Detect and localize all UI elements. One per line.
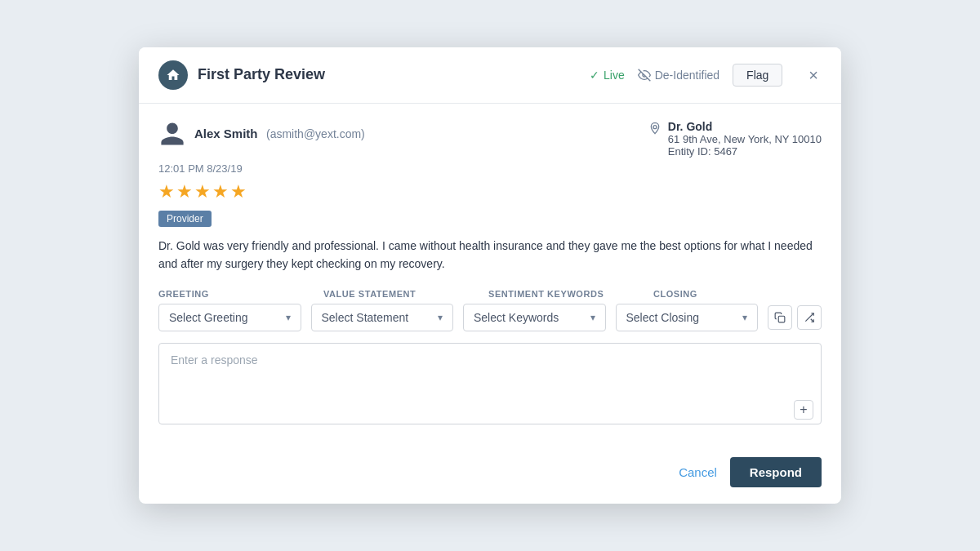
reviewer-right: Dr. Gold 61 9th Ave, New York, NY 10010 …	[648, 120, 822, 158]
closing-dropdown-value: Select Closing	[626, 311, 700, 324]
closing-label: CLOSING	[653, 289, 808, 299]
modal-body: Alex Smith (asmith@yext.com) Dr. Gold 61…	[139, 104, 841, 458]
star-3: ★	[194, 181, 211, 202]
live-badge: ✓ Live	[590, 69, 625, 82]
deidentified-label: De-Identified	[655, 69, 719, 82]
respond-button[interactable]: Respond	[730, 457, 822, 487]
keywords-chevron-icon: ▾	[590, 312, 595, 323]
star-rating: ★ ★ ★ ★ ★	[158, 181, 822, 202]
star-1: ★	[158, 181, 175, 202]
closing-dropdown[interactable]: Select Closing ▾	[616, 304, 759, 331]
textarea-add-button[interactable]: +	[794, 400, 813, 420]
reviewer-left: Alex Smith (asmith@yext.com)	[158, 120, 365, 148]
star-5: ★	[230, 181, 247, 202]
eye-slash-icon	[638, 69, 651, 82]
star-2: ★	[176, 181, 193, 202]
location-block: Dr. Gold 61 9th Ave, New York, NY 10010 …	[668, 120, 822, 158]
flag-button[interactable]: Flag	[733, 64, 782, 87]
copy-template-button[interactable]	[768, 305, 792, 330]
location-entity: Entity ID: 5467	[668, 145, 822, 158]
svg-rect-2	[778, 317, 785, 323]
reviewer-name-block: Alex Smith (asmith@yext.com)	[194, 127, 365, 141]
dropdowns-section: GREETING VALUE STATEMENT SENTIMENT KEYWO…	[158, 289, 822, 331]
deidentified-badge: De-Identified	[638, 69, 719, 82]
check-icon: ✓	[590, 69, 599, 82]
response-textarea-wrapper: +	[158, 343, 822, 428]
location-doctor: Dr. Gold	[668, 120, 822, 133]
reviewer-avatar-icon	[158, 120, 186, 148]
live-label: Live	[604, 69, 625, 82]
greeting-dropdown-value: Select Greeting	[169, 311, 248, 324]
modal: First Party Review ✓ Live De-Identified	[139, 47, 841, 504]
svg-point-1	[653, 125, 657, 128]
location-icon	[648, 122, 662, 138]
modal-header: First Party Review ✓ Live De-Identified	[139, 47, 841, 104]
keywords-dropdown[interactable]: Select Keywords ▾	[463, 304, 606, 331]
header-meta: ✓ Live De-Identified Flag ×	[590, 64, 822, 87]
closing-chevron-icon: ▾	[742, 312, 747, 323]
close-button[interactable]: ×	[805, 65, 822, 85]
cancel-button[interactable]: Cancel	[679, 465, 717, 479]
location-address: 61 9th Ave, New York, NY 10010	[668, 133, 822, 145]
reviewer-name: Alex Smith	[194, 127, 258, 140]
greeting-dropdown[interactable]: Select Greeting ▾	[158, 304, 301, 331]
star-4: ★	[212, 181, 229, 202]
reviewer-email: (asmith@yext.com)	[266, 127, 365, 140]
shuffle-icon	[804, 312, 815, 323]
keywords-label: SENTIMENT KEYWORDS	[488, 289, 644, 299]
tag-badge: Provider	[158, 211, 822, 237]
statement-dropdown[interactable]: Select Statement ▾	[311, 304, 454, 331]
copy-icon	[774, 312, 786, 323]
header-home-icon	[158, 60, 188, 90]
greeting-chevron-icon: ▾	[286, 312, 291, 323]
statement-dropdown-value: Select Statement	[322, 311, 409, 324]
review-text: Dr. Gold was very friendly and professio…	[158, 237, 822, 273]
shuffle-button[interactable]	[797, 305, 822, 330]
dropdowns-row: Select Greeting ▾ Select Statement ▾ Sel…	[158, 304, 822, 331]
action-icons	[768, 305, 822, 330]
review-date: 12:01 PM 8/23/19	[158, 162, 822, 175]
dropdown-labels-row: GREETING VALUE STATEMENT SENTIMENT KEYWO…	[158, 289, 822, 299]
home-svg	[166, 68, 180, 82]
keywords-dropdown-value: Select Keywords	[474, 311, 559, 324]
reviewer-row: Alex Smith (asmith@yext.com) Dr. Gold 61…	[158, 120, 822, 158]
modal-wrapper: First Party Review ✓ Live De-Identified	[139, 47, 841, 504]
statement-label: VALUE STATEMENT	[323, 289, 479, 299]
provider-tag: Provider	[158, 211, 212, 227]
statement-chevron-icon: ▾	[438, 312, 443, 323]
modal-footer: Cancel Respond	[139, 457, 841, 504]
response-textarea[interactable]	[158, 343, 822, 424]
modal-title: First Party Review	[198, 66, 590, 83]
greeting-label: GREETING	[158, 289, 314, 299]
